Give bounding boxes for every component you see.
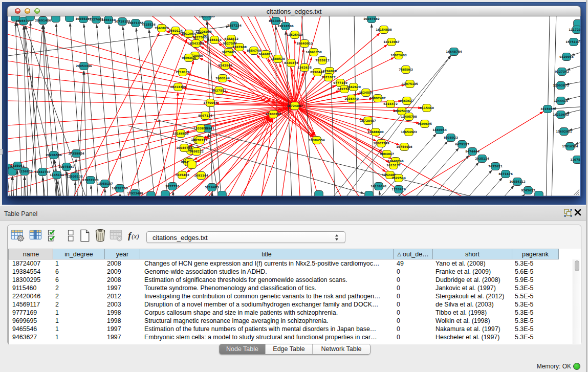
table-cell[interactable]: 5.3E-5 (515, 325, 559, 334)
table-cell[interactable]: 1 (55, 325, 105, 334)
graph-node[interactable]: 9857791 (165, 183, 180, 190)
table-cell[interactable]: 0 (397, 317, 433, 325)
graph-node[interactable]: 15751074 (565, 38, 580, 46)
citation-edge-red[interactable] (8, 106, 295, 196)
zoom-window-button[interactable] (34, 8, 40, 14)
graph-node[interactable]: 2935114 (475, 155, 489, 163)
table-cell[interactable]: Tourette syndrome. Phenomenology and cla… (144, 285, 394, 293)
table-cell[interactable]: 5.3E-5 (515, 260, 559, 268)
close-panel-icon[interactable] (574, 208, 582, 216)
graph-node[interactable]: 9463627 (400, 97, 414, 105)
citation-edge-black[interactable] (173, 191, 181, 196)
citation-edge-black[interactable] (569, 117, 580, 130)
graph-node[interactable]: 9329966 (559, 53, 574, 61)
table-cell[interactable]: 0 (397, 301, 433, 309)
table-cell[interactable]: 18300295 (12, 276, 53, 285)
table-cell[interactable]: 1 (55, 334, 105, 342)
node-attribute-table[interactable]: namein_degreeyeartitle△out_de…shortpager… (8, 249, 581, 344)
column-header-name[interactable]: name (9, 249, 53, 259)
graph-node[interactable]: 16648784 (446, 48, 462, 56)
graph-node[interactable]: 1167534 (570, 156, 580, 164)
right-splitter[interactable] (586, 0, 588, 372)
graph-node[interactable]: 16782759 (112, 185, 128, 192)
tab-edge-table[interactable]: Edge Table (266, 344, 313, 354)
column-header-pagerank[interactable]: pagerank (512, 249, 559, 259)
citation-edge-red[interactable] (214, 106, 295, 196)
table-cell[interactable]: 9115460 (12, 285, 53, 293)
citation-edge-black[interactable] (429, 178, 503, 196)
graph-node[interactable]: 12342737 (34, 168, 51, 176)
table-cell[interactable]: 1 (55, 317, 105, 325)
table-cell[interactable]: Estimation of significance thresholds fo… (144, 276, 394, 285)
table-cell[interactable]: 2009 (107, 268, 140, 276)
graph-node[interactable]: 10654112 (509, 178, 526, 186)
graph-node[interactable]: 8471676 (498, 170, 513, 178)
citation-edge-red[interactable] (8, 106, 295, 196)
graph-node[interactable]: 9699695 (418, 120, 432, 128)
table-cell[interactable]: 5.3E-5 (515, 309, 559, 317)
column-header-out_de[interactable]: △out_de… (394, 249, 433, 259)
citation-edge-black[interactable] (123, 27, 152, 196)
table-cell[interactable]: 1 (55, 309, 105, 317)
citation-edge-red[interactable] (295, 106, 330, 196)
graph-node[interactable]: 10688609 (367, 128, 384, 136)
table-cell[interactable]: 9465546 (12, 325, 53, 334)
table-cell[interactable]: 9699695 (12, 317, 53, 325)
graph-node[interactable]: 7857234 (227, 22, 242, 30)
scrollbar-thumb[interactable] (575, 260, 579, 271)
table-cell[interactable]: 2 (55, 285, 105, 293)
graph-node[interactable]: 6466160 (101, 16, 116, 24)
citation-edge-black[interactable] (419, 170, 492, 196)
graph-node[interactable]: 8938923 (444, 134, 458, 142)
table-cell[interactable]: Structural magnetic resonance image aver… (144, 317, 394, 325)
table-cell[interactable]: 2 (55, 301, 105, 309)
graph-node[interactable]: 2603144 (215, 75, 230, 82)
citation-edge-black[interactable] (97, 25, 121, 196)
table-cell[interactable]: Disruption of a novel member of a sodium… (144, 301, 394, 309)
table-cell[interactable]: 6 (55, 276, 105, 285)
graph-node[interactable]: 18640910 (296, 40, 313, 48)
graph-node[interactable] (315, 191, 323, 196)
unselect-all-icon[interactable] (63, 229, 77, 243)
network-view-window[interactable]: 1905571320691406106552871527602646616010… (7, 6, 581, 196)
graph-node[interactable]: 20287682 (363, 16, 380, 23)
graph-node[interactable]: 7955812 (315, 57, 330, 64)
table-cell[interactable]: Wolkin et al. (1998) (435, 317, 512, 325)
table-cell[interactable]: Embryonic stem cells: a model to study s… (144, 334, 394, 342)
graph-node[interactable]: 1440954 (432, 126, 447, 134)
table-cell[interactable]: 0 (397, 268, 433, 276)
table-cell[interactable]: 9463627 (12, 334, 53, 342)
graph-node[interactable]: 10807487 (369, 95, 386, 102)
citation-edge-red[interactable] (8, 99, 295, 106)
graph-node[interactable]: 20206556 (46, 151, 62, 159)
column-header-title[interactable]: title (140, 249, 394, 259)
graph-node[interactable]: 17359924 (68, 150, 84, 158)
table-cell[interactable]: Franke et al. (2009) (435, 268, 512, 276)
graph-node[interactable]: 16210643 (553, 111, 569, 119)
table-cell[interactable]: Nakamura et al. (1997) (435, 325, 512, 334)
graph-node[interactable] (365, 191, 374, 196)
table-cell[interactable]: 5.3E-5 (515, 317, 559, 325)
graph-node[interactable] (188, 161, 197, 169)
table-cell[interactable]: Jankovic et al. (1997) (435, 285, 512, 293)
citation-edge-black[interactable] (396, 155, 469, 196)
graph-node[interactable]: 20691406 (35, 17, 51, 25)
column-header-short[interactable]: short (433, 249, 512, 259)
table-settings-icon[interactable] (11, 229, 25, 243)
table-cell[interactable]: 2003 (107, 301, 140, 309)
graph-node[interactable] (26, 16, 35, 21)
table-cell[interactable]: 18724007 (12, 260, 53, 268)
table-cell[interactable]: Stergiakouli et al. (2012) (435, 293, 512, 301)
table-cell[interactable]: 1997 (107, 334, 140, 342)
graph-node[interactable]: 3624554 (359, 89, 373, 97)
graph-node[interactable]: 1145194 (50, 171, 64, 179)
graph-node[interactable]: 12975135 (402, 80, 418, 88)
column-header-year[interactable]: year (105, 249, 140, 259)
graph-node[interactable]: 17016504 (562, 143, 578, 150)
table-cell[interactable]: 0 (397, 293, 433, 301)
table-cell[interactable]: 14569117 (12, 301, 53, 309)
table-cell[interactable]: 0 (397, 276, 433, 285)
resize-grip-icon[interactable] (572, 188, 580, 195)
table-cell[interactable]: 5.5E-5 (515, 293, 559, 301)
graph-node[interactable]: 10975867 (58, 163, 75, 171)
